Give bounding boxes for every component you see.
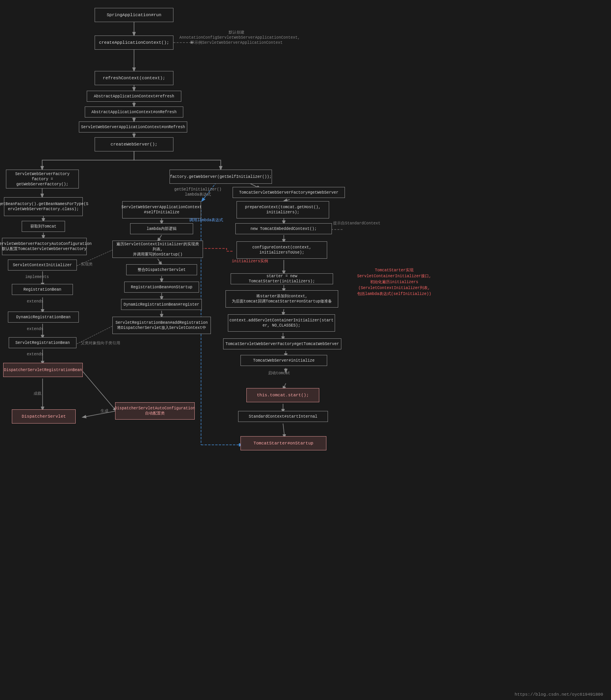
box-abstractRefresh: AbstractApplicationContext#refresh [87, 91, 181, 102]
box-configureContext: configureContext(context, initializersTo… [237, 241, 327, 259]
box-registrationBean: RegistrationBean [12, 284, 73, 295]
box-dynamicRegister: DynamicRegistrationBean#register [121, 299, 202, 310]
box-servletContextInit: ServletContextInitializer [8, 259, 77, 271]
box-getWebServerFactory: ServletWebServerFactory factory = getWeb… [6, 170, 79, 189]
box-traverseInitializers: 遍历ServletContextInitializer的实现类列表, 并调用重写… [112, 241, 203, 258]
box-servletRegAddReg: ServletRegistrationBean#addRegistration … [112, 317, 211, 334]
box-getBeanFactory: getBeanFactory().getBeanNamesForType(S e… [4, 197, 83, 216]
box-servletOnRefresh: ServletWebServerApplicationContext#onRef… [79, 121, 187, 133]
box-dispatcherServletRegBean: DispatcherServletRegistrationBean [3, 363, 83, 377]
label-extends3: extends [27, 352, 43, 357]
label-parentRef: 父类对象指向子类引用 [81, 341, 120, 346]
box-abstractOnRefresh: AbstractApplicationContext#onRefresh [85, 106, 183, 118]
box-dynamicRegBean: DynamicRegistrationBean [8, 312, 79, 323]
box-tomcatWebServerInit: TomcatWebServer#initialize [240, 355, 327, 366]
box-tomcatStarterOnStartup: TomcatStarter#onStartup [240, 436, 326, 450]
label-startTomcat: 启动tomcat [268, 371, 290, 376]
label-callLambda: 调用lambda表达式 [189, 218, 223, 223]
label-extends1: extends [27, 299, 43, 304]
svg-line-28 [283, 424, 285, 438]
label-generate: 生成 [101, 409, 108, 414]
box-createWebServer: createWebServer(); [95, 137, 173, 151]
box-addStarterToContext: 将starter添加到context, 为后面tomcat回调TomcatSta… [225, 290, 338, 308]
box-factoryGetWebServer: factory.getWebServer(getSelfInitializer(… [170, 170, 272, 184]
box-tomcatServletFactory: TomcatServletWebServerFactory#getWebServ… [233, 187, 345, 198]
url-label: https://blog.csdn.net/oyc619491800 [515, 692, 603, 697]
svg-line-39 [83, 371, 116, 411]
box-standardContextStart: StandardContext#startInternal [238, 411, 328, 422]
box-thisTomcatStart: this.tomcat.start(); [246, 388, 319, 402]
box-dispatcherServlet: DispatcherServlet [12, 409, 76, 424]
box-springAppRun: SpringApplication#run [95, 8, 173, 22]
diagram-container: SpringApplication#run createApplicationC… [0, 0, 611, 700]
label-standardContext: 提示自StandardContext [333, 221, 380, 226]
box-selfInitialize: ServletWebServerApplicationContext #self… [122, 201, 201, 218]
label-chenZai: 成载 [34, 391, 41, 396]
box-createAppCtx: createApplicationContext(); [95, 35, 173, 50]
box-addServletContainerInit: context.addServletContainerInitializer(s… [228, 314, 335, 332]
box-getTomcat: 获取到Tomcat [22, 221, 65, 232]
box-newTomcatEmbedded: new TomcatEmbeddedContext(); [235, 223, 332, 234]
label-initializersInstance: initializers实例 [232, 259, 268, 264]
box-servletRegBean: ServletRegistrationBean [9, 337, 76, 348]
box-refreshCtx: refreshContext(context); [95, 71, 173, 85]
box-tomcatGetWebServer: TomcatServletWebServerFactory#getTomcatW… [223, 338, 341, 349]
box-mergeDispatcher: 整合DispatcherServlet [126, 264, 197, 275]
box-registrationOnStartup: RegistrationBean#onStartup [124, 282, 199, 293]
label-defaultCreate: 默认创建AnnotationConfigServletWebServerAppl… [179, 30, 294, 45]
flow-arrows [0, 0, 611, 700]
label-getSelfInit: getSelfInitializer()lambda表达式 [170, 187, 225, 197]
box-lambdaInner: lambda内部逻辑 [130, 223, 193, 234]
box-newTomcatStarter: starter = new TomcatStarter(initializers… [231, 273, 333, 284]
label-implements1: implements [25, 274, 49, 280]
box-prepareContext: prepareContext(tomcat.getHost(), initial… [237, 201, 329, 218]
label-extends2: extends [27, 327, 43, 332]
box-dispatcherAutoConfig: DispatcherServletAutoConfiguration 自动配置类 [115, 402, 195, 420]
label-tomcatStarterDesc: TomcatStarter实现 ServletContainerInitiali… [347, 267, 441, 297]
svg-line-40 [83, 411, 116, 417]
box-servletAutoConfig: ServletWebServerFactoryAutoConfiguration… [2, 238, 87, 255]
label-implClass: 实现类 [81, 262, 93, 267]
